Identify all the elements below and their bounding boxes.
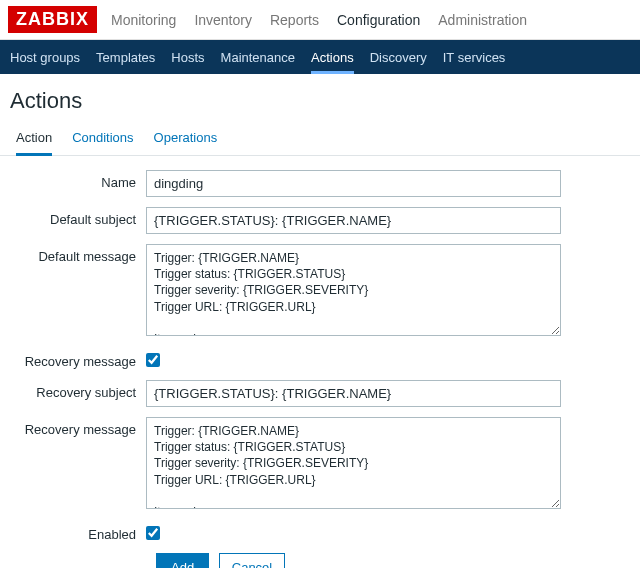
nav-inventory[interactable]: Inventory — [194, 12, 252, 28]
subnav-templates[interactable]: Templates — [96, 50, 155, 65]
subnav-actions[interactable]: Actions — [311, 50, 354, 74]
recovery-message-body-label: Recovery message — [16, 417, 146, 437]
topbar: ZABBIX Monitoring Inventory Reports Conf… — [0, 0, 640, 40]
nav-monitoring[interactable]: Monitoring — [111, 12, 176, 28]
tab-action[interactable]: Action — [16, 130, 52, 156]
recovery-message-textarea[interactable] — [146, 417, 561, 509]
subnav-it-services[interactable]: IT services — [443, 50, 506, 65]
top-nav: Monitoring Inventory Reports Configurati… — [111, 12, 527, 28]
tabs: Action Conditions Operations — [0, 124, 640, 156]
name-label: Name — [16, 170, 146, 190]
default-message-label: Default message — [16, 244, 146, 264]
default-subject-input[interactable] — [146, 207, 561, 234]
subnav-discovery[interactable]: Discovery — [370, 50, 427, 65]
enabled-checkbox[interactable] — [146, 526, 160, 540]
logo: ZABBIX — [8, 6, 97, 33]
subnav-hosts[interactable]: Hosts — [171, 50, 204, 65]
nav-configuration[interactable]: Configuration — [337, 12, 420, 28]
subnav-maintenance[interactable]: Maintenance — [221, 50, 295, 65]
recovery-message-checkbox[interactable] — [146, 353, 160, 367]
action-form: Name Default subject Default message Rec… — [0, 156, 640, 568]
page-title: Actions — [0, 74, 640, 124]
tab-conditions[interactable]: Conditions — [72, 130, 133, 155]
subnav-host-groups[interactable]: Host groups — [10, 50, 80, 65]
cancel-button[interactable]: Cancel — [219, 553, 285, 568]
recovery-subject-label: Recovery subject — [16, 380, 146, 400]
nav-administration[interactable]: Administration — [438, 12, 527, 28]
name-input[interactable] — [146, 170, 561, 197]
recovery-subject-input[interactable] — [146, 380, 561, 407]
tab-operations[interactable]: Operations — [154, 130, 218, 155]
sub-nav: Host groups Templates Hosts Maintenance … — [0, 40, 640, 74]
default-message-textarea[interactable] — [146, 244, 561, 336]
default-subject-label: Default subject — [16, 207, 146, 227]
enabled-label: Enabled — [16, 522, 146, 542]
add-button[interactable]: Add — [156, 553, 209, 568]
recovery-message-checkbox-label: Recovery message — [16, 349, 146, 369]
nav-reports[interactable]: Reports — [270, 12, 319, 28]
